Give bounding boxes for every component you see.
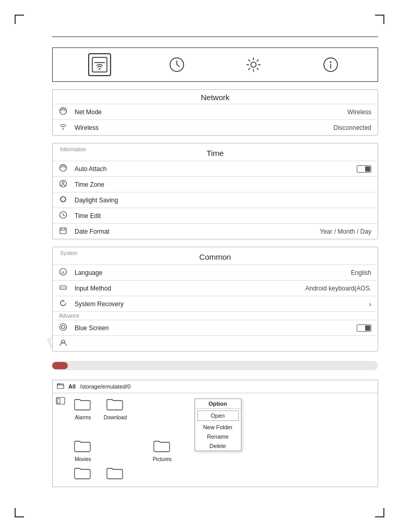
wireless-label: Wireless	[75, 124, 333, 131]
context-menu-title: Option	[195, 399, 241, 409]
network-title: Network	[53, 90, 378, 104]
time-title: Time	[207, 146, 224, 160]
settings-tab-icon[interactable]	[242, 53, 265, 76]
pictures-folder-icon	[153, 438, 172, 456]
user-row[interactable]	[53, 335, 378, 351]
input-method-row[interactable]: Input Method Android keyboard(AOS.	[53, 280, 378, 296]
svg-point-2	[99, 68, 100, 70]
blue-screen-icon	[59, 323, 70, 333]
time-edit-icon	[59, 211, 70, 221]
context-delete-button[interactable]: Delete	[195, 441, 241, 451]
file-manager-icon	[57, 382, 64, 391]
context-menu: Option Open New Folder Rename Delete	[195, 398, 241, 451]
input-method-label: Input Method	[75, 285, 305, 292]
folder5-icon	[74, 465, 92, 483]
wireless-row[interactable]: Wireless Disconnected	[53, 119, 378, 135]
blue-screen-toggle[interactable]	[357, 324, 371, 332]
blue-screen-row[interactable]: Blue Screen	[53, 320, 378, 335]
file-item-alarms[interactable]: Alarms	[68, 396, 98, 420]
network-panel: Network Net Mode Wireless Wireless Disco…	[52, 89, 378, 136]
file-item-movies[interactable]: Movies	[68, 438, 98, 462]
language-row[interactable]: A Language English	[53, 264, 378, 280]
system-recovery-icon	[59, 299, 70, 309]
language-icon: A	[59, 268, 70, 277]
movies-label: Movies	[75, 456, 91, 462]
info-tab-icon[interactable]	[319, 53, 342, 76]
system-recovery-label: System Recovery	[75, 300, 369, 308]
svg-line-5	[177, 65, 180, 67]
svg-point-30	[62, 325, 65, 329]
svg-line-18	[63, 215, 65, 216]
file-item-download[interactable]: Download	[101, 396, 130, 420]
file-path-all: All	[68, 383, 76, 390]
file-item-pictures[interactable]: Pictures	[148, 438, 177, 462]
corner-tr	[375, 15, 384, 24]
scrollbar[interactable]	[52, 361, 378, 370]
time-info-label: Information	[60, 147, 86, 152]
svg-point-29	[60, 324, 67, 331]
svg-text:A: A	[62, 270, 65, 275]
time-tab-icon[interactable]	[165, 53, 188, 76]
auto-attach-toggle[interactable]	[357, 165, 371, 173]
auto-attach-icon	[59, 164, 70, 174]
date-format-label: Date Format	[75, 228, 320, 235]
net-mode-label: Net Mode	[75, 108, 347, 116]
advance-label: Advance	[53, 311, 378, 320]
icon-bar	[52, 47, 378, 82]
file-manager-header: All /storage/emulated/0	[53, 380, 378, 393]
date-format-value: Year / Month / Day	[320, 228, 371, 235]
file-items-grid: Alarms Download Option Open New Folder R…	[68, 396, 374, 483]
svg-rect-32	[57, 384, 64, 389]
scrollbar-thumb	[52, 362, 68, 369]
auto-attach-row[interactable]: Auto Attach	[53, 161, 378, 176]
alarms-folder-icon	[74, 396, 92, 415]
common-title: Common	[199, 249, 231, 263]
system-recovery-row[interactable]: System Recovery ›	[53, 296, 378, 311]
file-row-3	[68, 465, 374, 483]
language-value: English	[351, 269, 371, 276]
svg-point-6	[251, 62, 256, 67]
svg-point-11	[63, 129, 64, 130]
corner-tl	[15, 15, 24, 24]
net-mode-row[interactable]: Net Mode Wireless	[53, 104, 378, 119]
daylight-saving-label: Daylight Saving	[75, 197, 371, 204]
network-tab-icon[interactable]	[88, 53, 111, 76]
file-path-value: /storage/emulated/0	[80, 383, 130, 390]
svg-rect-19	[60, 228, 66, 234]
date-format-row[interactable]: Date Format Year / Month / Day	[53, 223, 378, 239]
file-grid: Alarms Download Option Open New Folder R…	[53, 393, 378, 487]
context-rename-button[interactable]: Rename	[195, 432, 241, 441]
corner-br	[375, 508, 384, 517]
svg-point-8	[330, 62, 332, 63]
system-recovery-chevron: ›	[369, 300, 371, 308]
wireless-icon	[59, 123, 70, 132]
input-method-value: Android keyboard(AOS.	[305, 285, 371, 292]
user-icon	[59, 338, 70, 348]
movies-folder-icon	[74, 438, 92, 456]
time-panel: Information Time Auto Attach Time Zone	[52, 143, 378, 239]
language-label: Language	[75, 269, 351, 276]
svg-point-14	[62, 182, 64, 184]
file-manager: All /storage/emulated/0 Alarms	[52, 380, 378, 487]
daylight-saving-row[interactable]: Daylight Saving	[53, 192, 378, 208]
folder6-icon	[106, 465, 125, 483]
time-edit-label: Time Edit	[75, 212, 371, 220]
wireless-value: Disconnected	[333, 124, 371, 131]
time-edit-row[interactable]: Time Edit	[53, 208, 378, 223]
blue-screen-label: Blue Screen	[75, 324, 357, 332]
alarms-label: Alarms	[75, 415, 91, 420]
context-open-button[interactable]: Open	[197, 410, 239, 421]
svg-rect-34	[57, 398, 60, 403]
date-format-icon	[59, 226, 70, 236]
auto-attach-label: Auto Attach	[75, 165, 357, 173]
top-divider	[52, 37, 378, 37]
time-zone-label: Time Zone	[75, 181, 371, 188]
download-folder-icon	[106, 396, 125, 415]
file-item-6[interactable]	[101, 465, 130, 483]
context-new-folder-button[interactable]: New Folder	[195, 422, 241, 432]
time-zone-row[interactable]: Time Zone	[53, 176, 378, 192]
common-system-label: System	[60, 250, 77, 256]
file-item-5[interactable]	[68, 465, 98, 483]
net-mode-icon	[59, 107, 70, 117]
download-label: Download	[104, 415, 127, 420]
